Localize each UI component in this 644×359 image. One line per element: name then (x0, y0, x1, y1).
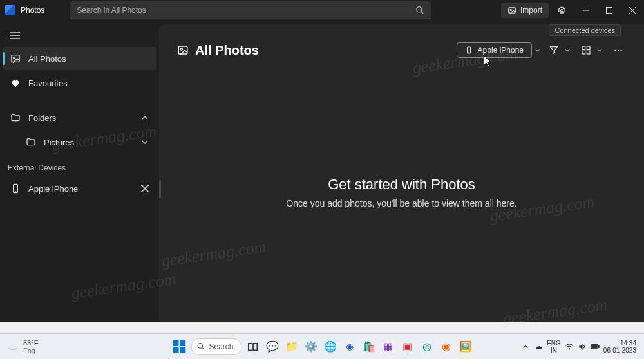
title-bar-right: Import (501, 0, 644, 21)
device-dropdown-label: Apple iPhone (478, 46, 524, 55)
photos-app-logo-icon (5, 5, 15, 15)
remove-device-button[interactable] (141, 185, 149, 192)
close-icon (629, 7, 636, 14)
wifi-icon[interactable] (565, 342, 574, 351)
sidebar-item-folders[interactable]: Folders (3, 106, 156, 129)
svg-line-34 (202, 347, 204, 349)
empty-state-title: Get started with Photos (328, 176, 475, 193)
search-icon[interactable] (415, 6, 424, 15)
phone-icon (465, 46, 473, 54)
sidebar: All Photos Favourites Folders Pictures E… (0, 21, 159, 322)
more-button[interactable] (611, 42, 626, 58)
import-button[interactable]: Import (501, 3, 549, 18)
heart-icon (10, 78, 21, 88)
hamburger-button[interactable] (3, 24, 27, 46)
import-icon (507, 6, 516, 15)
search-input[interactable] (77, 6, 415, 15)
sidebar-item-label: Apple iPhone (28, 184, 78, 194)
filter-button[interactable] (546, 42, 573, 58)
main-content: All Photos Connected devices Apple iPhon… (159, 24, 644, 322)
system-tray[interactable]: ☁ ENG IN 14:34 06-01-2023 (521, 340, 639, 354)
page-title: All Photos (195, 43, 259, 58)
taskbar-app-explorer[interactable]: 📁 (283, 338, 300, 355)
taskbar-app-store[interactable]: 🛍️ (361, 338, 377, 355)
sidebar-item-label: Folders (28, 113, 56, 123)
svg-rect-18 (178, 46, 187, 54)
settings-button[interactable] (551, 1, 572, 19)
weather-temp: 53°F (23, 339, 38, 347)
svg-point-3 (510, 9, 511, 10)
volume-icon[interactable] (578, 342, 587, 351)
sidebar-resize-handle[interactable] (159, 180, 161, 198)
svg-rect-12 (12, 55, 19, 62)
app-title: Photos (21, 6, 44, 15)
taskbar-app-orange[interactable]: ◉ (438, 338, 455, 355)
svg-rect-36 (253, 343, 257, 350)
svg-rect-32 (180, 347, 185, 353)
sidebar-item-favourites[interactable]: Favourites (3, 71, 156, 95)
svg-rect-35 (249, 343, 252, 350)
taskbar-app-chat[interactable]: 💬 (264, 338, 281, 355)
taskbar-search-label: Search (209, 342, 233, 351)
tray-cloud-icon[interactable]: ☁ (534, 342, 543, 351)
svg-point-37 (569, 348, 569, 349)
gear-icon (557, 6, 567, 15)
main-header: All Photos Connected devices Apple iPhon… (159, 24, 644, 63)
lang-line1: ENG (547, 340, 561, 347)
device-dropdown-button[interactable]: Apple iPhone (457, 42, 532, 58)
language-indicator[interactable]: ENG IN (547, 340, 561, 354)
svg-point-28 (620, 50, 621, 51)
chevron-down-icon[interactable] (535, 47, 541, 53)
taskbar-app-generic2[interactable]: ▦ (380, 338, 397, 355)
battery-icon[interactable] (591, 342, 600, 351)
weather-widget[interactable]: ☁️ 53°F Fog (5, 339, 38, 354)
hamburger-icon (10, 32, 20, 39)
chevron-up-icon (141, 114, 149, 122)
import-label: Import (520, 6, 542, 15)
device-dropdown[interactable]: Apple iPhone (457, 42, 541, 58)
svg-rect-24 (582, 51, 585, 54)
taskbar-app-generic3[interactable]: ◎ (419, 338, 435, 355)
search-box[interactable] (70, 1, 431, 19)
svg-point-0 (417, 6, 422, 12)
folder-icon (26, 137, 36, 147)
photos-app-window: Photos Import (0, 0, 644, 322)
taskbar[interactable]: ☁️ 53°F Fog Search 💬 📁 ⚙️ 🌐 ◈ 🛍️ ▦ ▣ ◎ ◉… (0, 333, 644, 359)
taskbar-app-settings[interactable]: ⚙️ (303, 338, 319, 355)
weather-cond: Fog (23, 347, 38, 354)
view-grid-button[interactable] (578, 42, 605, 58)
taskbar-app-generic1[interactable]: ◈ (341, 338, 358, 355)
svg-rect-25 (587, 51, 590, 54)
svg-rect-30 (180, 340, 185, 346)
sidebar-item-pictures[interactable]: Pictures (3, 131, 156, 154)
task-view-button[interactable] (245, 338, 261, 355)
external-devices-label: External Devices (0, 154, 159, 176)
taskbar-center: Search 💬 📁 ⚙️ 🌐 ◈ 🛍️ ▦ ▣ ◎ ◉ 🖼️ (170, 338, 473, 356)
empty-state-subtitle: Once you add photos, you'll be able to v… (286, 198, 516, 208)
empty-state: Get started with Photos Once you add pho… (159, 63, 644, 322)
clock-time: 14:34 (603, 340, 636, 347)
taskbar-search[interactable]: Search (191, 338, 242, 355)
connected-devices-tooltip: Connected devices (549, 24, 621, 36)
search-icon (196, 342, 205, 351)
sidebar-item-apple-iphone[interactable]: Apple iPhone (3, 177, 156, 200)
sidebar-item-all-photos[interactable]: All Photos (3, 47, 156, 70)
more-icon (613, 45, 623, 55)
mouse-cursor-icon (484, 55, 493, 68)
taskbar-app-edge[interactable]: 🌐 (322, 338, 339, 355)
taskbar-app-photos[interactable]: 🖼️ (457, 338, 474, 355)
svg-point-33 (198, 344, 203, 349)
clock-date: 06-01-2023 (603, 347, 636, 354)
phone-icon (10, 183, 21, 194)
grid-icon (581, 45, 591, 55)
maximize-button[interactable] (598, 0, 621, 21)
start-button[interactable] (170, 338, 188, 356)
minimize-button[interactable] (574, 0, 598, 21)
svg-line-1 (421, 11, 424, 14)
close-button[interactable] (621, 0, 644, 21)
taskbar-app-recorder[interactable]: ▣ (399, 338, 416, 355)
clock[interactable]: 14:34 06-01-2023 (603, 340, 639, 354)
svg-rect-29 (173, 340, 178, 346)
svg-point-13 (14, 57, 15, 59)
tray-chevron-up-icon[interactable] (521, 342, 530, 351)
